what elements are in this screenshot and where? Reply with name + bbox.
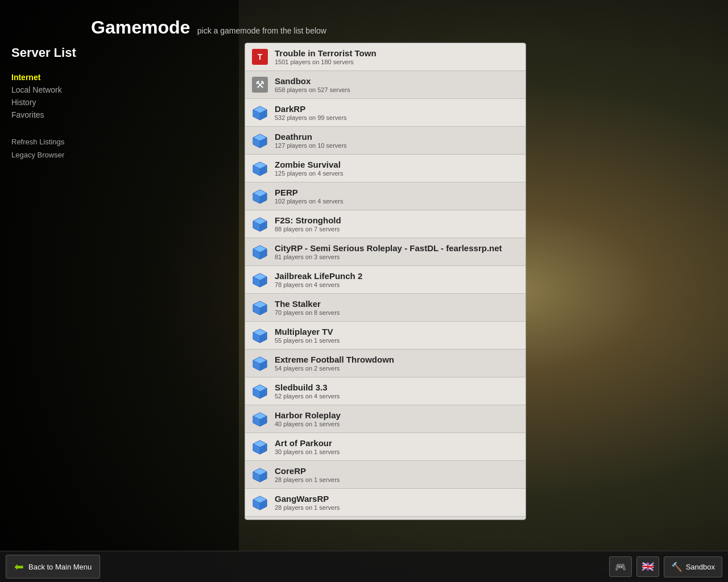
controller-button[interactable]: 🎮	[609, 556, 632, 577]
gamemode-stats: 30 players on 1 servers	[275, 448, 340, 455]
cube-icon	[251, 215, 269, 233]
gamemode-stats: 55 players on 1 servers	[275, 337, 340, 344]
cube-icon	[251, 243, 269, 261]
gamemode-name: Sledbuild 3.3	[275, 383, 340, 392]
gamemode-name: Harbor Roleplay	[275, 410, 341, 420]
gamemode-stats: 28 players on 1 servers	[275, 476, 340, 483]
cube-icon	[251, 493, 269, 512]
cube-icon	[251, 187, 269, 205]
gamemode-stats: 40 players on 1 servers	[275, 421, 341, 427]
gamemode-name: Art of Parkour	[275, 438, 340, 448]
gamemode-item-cityrp[interactable]: CityRP - Semi Serious Roleplay - FastDL …	[245, 238, 526, 266]
sandbox-icon: ⚒	[251, 76, 269, 94]
sidebar-item-favorites[interactable]: Favorites	[11, 109, 125, 120]
gamemode-stats: 81 players on 3 servers	[275, 253, 502, 260]
gamemode-name: Extreme Football Throwdown	[275, 355, 394, 364]
gamemode-item-deathrun[interactable]: Deathrun 127 players on 10 servers	[245, 127, 526, 155]
gamemode-name: The Stalker	[275, 299, 340, 309]
cube-icon	[251, 382, 269, 400]
gamemode-item-extreme-football[interactable]: Extreme Football Throwdown 54 players on…	[245, 350, 526, 377]
gamemode-item-stalker[interactable]: The Stalker 70 players on 8 servers	[245, 294, 526, 322]
gamemode-stats: 88 players on 7 servers	[275, 226, 341, 232]
sidebar-title: Server List	[11, 45, 125, 60]
gamemode-stats: 28 players on 1 servers	[275, 504, 340, 511]
gamemode-name: Sandbox	[275, 76, 350, 86]
gamemode-stats: 1501 players on 180 servers	[275, 59, 377, 65]
sandbox-label: Sandbox	[686, 563, 715, 571]
gamemode-stats: 125 players on 4 servers	[275, 170, 343, 177]
sidebar-nav: Internet Local Network History Favorites	[11, 72, 125, 120]
gamemode-name: PERP	[275, 188, 343, 197]
gamemode-item-f2s[interactable]: F2S: Stronghold 88 players on 7 servers	[245, 210, 526, 238]
gamemode-name: DarkRP	[275, 104, 347, 114]
sidebar-item-history[interactable]: History	[11, 97, 125, 108]
gamemode-name: Zombie Survival	[275, 160, 343, 169]
cube-icon	[251, 103, 269, 122]
cube-icon	[251, 465, 269, 484]
gamemode-stats: 127 players on 10 servers	[275, 142, 347, 149]
gamemode-item-gangwarsrp[interactable]: GangWarsRP 28 players on 1 servers	[245, 489, 526, 517]
legacy-browser-button[interactable]: Legacy Browser	[11, 151, 125, 159]
gamemode-item-multiplayer-tv[interactable]: Multiplayer TV 55 players on 1 servers	[245, 322, 526, 350]
flag-icon: 🇬🇧	[642, 560, 654, 573]
gamemode-name: Multiplayer TV	[275, 327, 340, 336]
back-label: Back to Main Menu	[28, 563, 92, 571]
gamemode-item-harbor-roleplay[interactable]: Harbor Roleplay 40 players on 1 servers	[245, 405, 526, 433]
gamemode-name: CityRP - Semi Serious Roleplay - FastDL …	[275, 243, 502, 253]
gamemode-item-morbus[interactable]: Morbus 1.3.3 25 players on 5 servers	[245, 517, 526, 520]
gamemode-item-sledbuild[interactable]: Sledbuild 3.3 52 players on 4 servers	[245, 377, 526, 405]
header: Gamemode pick a gamemode from the list b…	[91, 17, 326, 38]
header-title: Gamemode pick a gamemode from the list b…	[91, 26, 326, 35]
back-arrow-icon: ⬅	[14, 560, 24, 573]
cube-icon	[251, 410, 269, 428]
gamemode-item-jailbreak[interactable]: Jailbreak LifePunch 2 78 players on 4 se…	[245, 266, 526, 294]
cube-icon	[251, 438, 269, 456]
gamemode-name: Deathrun	[275, 132, 347, 142]
gamemode-list[interactable]: T Trouble in Terrorist Town 1501 players…	[245, 43, 526, 520]
gamemode-stats: 102 players on 4 servers	[275, 198, 343, 205]
back-to-main-menu-button[interactable]: ⬅ Back to Main Menu	[6, 555, 100, 579]
cube-icon	[251, 326, 269, 344]
main-content: T Trouble in Terrorist Town 1501 players…	[245, 43, 526, 520]
gamemode-name: Trouble in Terrorist Town	[275, 48, 377, 58]
controller-icon: 🎮	[615, 562, 626, 572]
gamemode-item-perp[interactable]: PERP 102 players on 4 servers	[245, 182, 526, 210]
gamemode-item-darkrp[interactable]: DarkRP 532 players on 99 servers	[245, 99, 526, 127]
gamemode-stats: 532 players on 99 servers	[275, 114, 347, 121]
gamemode-item-corерp[interactable]: CoreRP 28 players on 1 servers	[245, 461, 526, 489]
gamemode-name: CoreRP	[275, 466, 340, 476]
cube-icon	[251, 131, 269, 149]
gamemode-name: F2S: Stronghold	[275, 215, 341, 225]
gamemode-item-ttt[interactable]: T Trouble in Terrorist Town 1501 players…	[245, 43, 526, 71]
gamemode-item-zombie-survival[interactable]: Zombie Survival 125 players on 4 servers	[245, 155, 526, 182]
gamemode-name: GangWarsRP	[275, 494, 340, 504]
sidebar-item-internet[interactable]: Internet	[11, 72, 125, 83]
hammer-icon: 🔨	[671, 562, 682, 572]
sidebar-item-local-network[interactable]: Local Network	[11, 84, 125, 95]
cube-icon	[251, 298, 269, 317]
bottom-right-controls: 🎮 🇬🇧 🔨 Sandbox	[609, 556, 722, 577]
gamemode-stats: 658 players on 527 servers	[275, 86, 350, 93]
cube-icon	[251, 354, 269, 372]
ttt-icon: T	[251, 48, 269, 66]
language-flag-button[interactable]: 🇬🇧	[636, 556, 659, 577]
sandbox-button[interactable]: 🔨 Sandbox	[664, 556, 722, 577]
sidebar: Server List Internet Local Network Histo…	[11, 45, 125, 164]
cube-icon	[251, 271, 269, 289]
bottom-bar: ⬅ Back to Main Menu 🎮 🇬🇧 🔨 Sandbox	[0, 551, 728, 582]
gamemode-stats: 78 players on 4 servers	[275, 281, 362, 288]
cube-icon	[251, 159, 269, 177]
refresh-listings-button[interactable]: Refresh Listings	[11, 138, 125, 146]
gamemode-name: Jailbreak LifePunch 2	[275, 271, 362, 281]
gamemode-stats: 54 players on 2 servers	[275, 365, 394, 372]
gamemode-stats: 52 players on 4 servers	[275, 393, 340, 400]
gamemode-item-sandbox[interactable]: ⚒ Sandbox 658 players on 527 servers	[245, 71, 526, 99]
gamemode-stats: 70 players on 8 servers	[275, 309, 340, 316]
gamemode-item-art-of-parkour[interactable]: Art of Parkour 30 players on 1 servers	[245, 433, 526, 461]
